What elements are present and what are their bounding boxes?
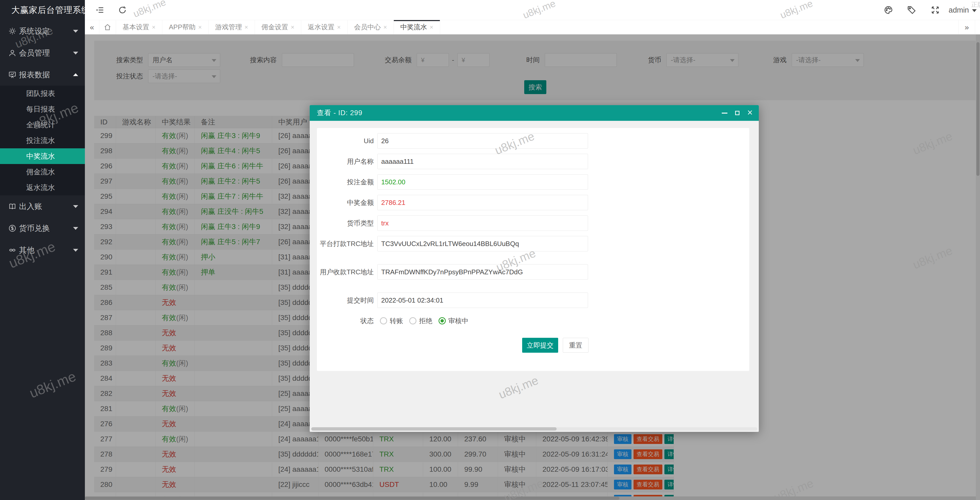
sidebar-group-报表数据[interactable]: 报表数据 [0,64,85,86]
field-input-用户名称[interactable]: aaaaaa111 [377,154,588,169]
tab-close-icon[interactable]: × [430,24,433,31]
chevron-down-icon [73,205,78,208]
radio-拒绝[interactable]: 拒绝 [409,316,433,325]
sidebar-item-全局统计[interactable]: 全局统计 [0,117,85,133]
field-label: 中奖金额 [317,195,374,210]
close-icon[interactable]: × [747,108,752,117]
palette-icon[interactable] [884,5,893,15]
tab-label: 中奖流水 [400,22,427,32]
gear-icon [8,27,16,35]
modal-controls: × [722,105,752,121]
scrollbar-thumb[interactable] [311,427,557,430]
chevron-down-icon [972,9,977,12]
refresh-icon[interactable] [118,5,127,15]
sidebar-group-label: 报表数据 [19,70,50,79]
sidebar-group-出入账[interactable]: 出入账 [0,195,85,217]
radio-label: 拒绝 [419,316,433,325]
minimize-icon[interactable] [722,113,727,114]
modal-buttons: 立即提交 重置 [522,338,749,353]
tab-佣金设置[interactable]: 佣金设置× [255,20,301,34]
field-input-中奖金额[interactable]: 2786.21 [377,195,588,210]
sidebar-item-中奖流水[interactable]: 中奖流水 [0,148,85,164]
sidebar-item-返水流水[interactable]: 返水流水 [0,180,85,195]
tab-close-icon[interactable]: × [383,24,387,31]
chevron-down-icon [73,249,78,252]
modal-fields: Uid26用户名称aaaaaa111投注金额1502.00中奖金额2786.21… [317,133,749,308]
tab-label: 返水设置 [308,22,334,32]
top-header: admin 正版 [85,0,980,20]
tag-icon[interactable] [907,5,916,15]
modal-field-Uid: Uid26 [317,133,749,149]
sidebar-group-其他[interactable]: 其他 [0,239,85,261]
tabs-strip: 基本设置×APP帮助×游戏管理×佣金设置×返水设置×会员中心×中奖流水× [116,20,440,34]
sidebar-item-投注流水[interactable]: 投注流水 [0,133,85,148]
chevron-down-icon [73,227,78,230]
reset-button[interactable]: 重置 [563,338,589,353]
admin-label: admin [949,6,969,14]
modal-field-提交时间: 提交时间2022-05-01 02:34:01 [317,292,749,308]
field-input-用户收款TRC地址[interactable]: TRAFmDWNffKDy7nPpsyBPnPPAZYwAc7DdG [377,264,588,280]
tab-label: 佣金设置 [261,22,288,32]
book-icon [8,202,16,211]
sidebar-nav: 系统设定会员管理报表数据团队报表每日报表全局统计投注流水中奖流水佣金流水返水流水… [0,20,85,261]
field-label: 平台打款TRC地址 [317,239,374,249]
tab-会员中心[interactable]: 会员中心× [347,20,394,34]
field-input-平台打款TRC地址[interactable]: TC3VvUUCxL2vRL1rLTW6eou14BBL6UuBQq [377,236,588,251]
tab-游戏管理[interactable]: 游戏管理× [208,20,255,34]
radio-审核中[interactable]: 审核中 [439,316,468,325]
submit-button[interactable]: 立即提交 [522,338,558,353]
field-input-货币类型[interactable]: trx [377,216,588,231]
collapse-sidebar-icon[interactable] [95,5,105,15]
sidebar-submenu: 团队报表每日报表全局统计投注流水中奖流水佣金流水返水流水 [0,86,85,195]
tab-返水设置[interactable]: 返水设置× [301,20,347,34]
field-input-Uid[interactable]: 26 [377,133,588,149]
tab-label: 会员中心 [354,22,381,32]
field-input-投注金额[interactable]: 1502.00 [377,174,588,190]
maximize-icon[interactable] [735,111,740,115]
sidebar-item-团队报表[interactable]: 团队报表 [0,86,85,101]
radio-label: 转账 [390,316,403,325]
modal-field-平台打款TRC地址: 平台打款TRC地址TC3VvUUCxL2vRL1rLTW6eou14BBL6Uu… [317,236,749,251]
tab-home[interactable] [99,20,116,34]
tab-close-icon[interactable]: × [291,24,294,31]
tab-close-icon[interactable]: × [244,24,248,31]
tab-close-icon[interactable]: × [337,24,340,31]
tabs-scroll-left[interactable]: « [85,20,99,34]
status-radio-group: 状态 转账拒绝审核中 [317,313,749,329]
status-radios: 转账拒绝审核中 [374,316,468,325]
radio-转账[interactable]: 转账 [380,316,403,325]
fullscreen-icon[interactable] [931,5,940,15]
license-watermark: 正版 [971,0,980,9]
sidebar-group-系统设定[interactable]: 系统设定 [0,20,85,42]
tab-APP帮助[interactable]: APP帮助× [162,20,208,34]
sidebar: 大赢家后台管理系统 系统设定会员管理报表数据团队报表每日报表全局统计投注流水中奖… [0,0,85,500]
modal-field-用户名称: 用户名称aaaaaa111 [317,154,749,169]
sidebar-item-每日报表[interactable]: 每日报表 [0,101,85,117]
tab-中奖流水[interactable]: 中奖流水× [394,20,440,34]
chevron-down-icon [73,30,78,33]
sidebar-group-会员管理[interactable]: 会员管理 [0,42,85,64]
field-label: Uid [317,133,374,149]
sidebar-group-label: 系统设定 [19,27,50,35]
modal-field-货币类型: 货币类型trx [317,216,749,231]
chevron-down-icon [73,52,78,54]
modal-form-card: Uid26用户名称aaaaaa111投注金额1502.00中奖金额2786.21… [317,128,749,371]
tab-基本设置[interactable]: 基本设置× [116,20,162,34]
modal-field-投注金额: 投注金额1502.00 [317,174,749,190]
modal-horizontal-scrollbar[interactable] [311,427,757,430]
tab-close-icon[interactable]: × [152,24,155,31]
field-label: 货币类型 [317,216,374,231]
tabs-menu[interactable] [975,20,980,34]
tab-label: 基本设置 [123,22,149,32]
coin-icon [8,224,16,232]
field-input-提交时间[interactable]: 2022-05-01 02:34:01 [377,292,588,308]
tabs-scroll-right[interactable]: » [958,20,975,34]
modal-field-中奖金额: 中奖金额2786.21 [317,195,749,210]
radio-dot-icon [439,317,446,324]
field-label: 提交时间 [317,292,374,308]
sidebar-item-佣金流水[interactable]: 佣金流水 [0,164,85,180]
sidebar-group-货币兑换[interactable]: 货币兑换 [0,217,85,239]
sidebar-group-label: 其他 [19,246,35,254]
sidebar-group-label: 出入账 [19,202,42,211]
tab-close-icon[interactable]: × [198,24,202,31]
